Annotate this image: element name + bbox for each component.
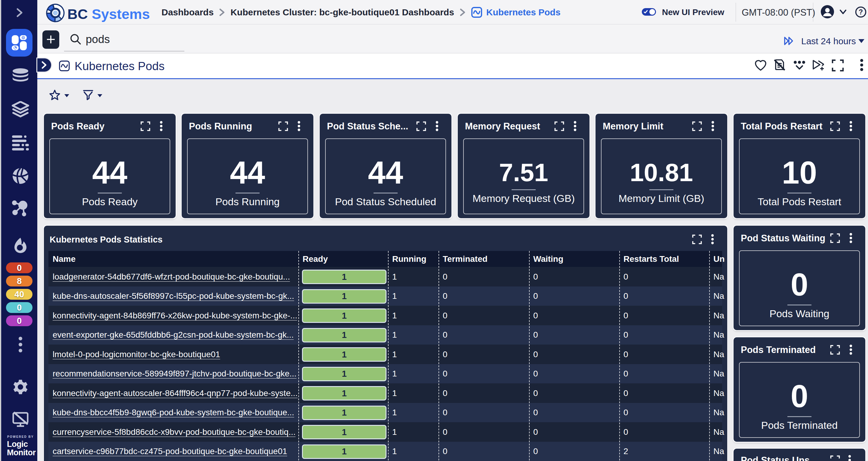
svg-text:?: ? (859, 8, 863, 16)
